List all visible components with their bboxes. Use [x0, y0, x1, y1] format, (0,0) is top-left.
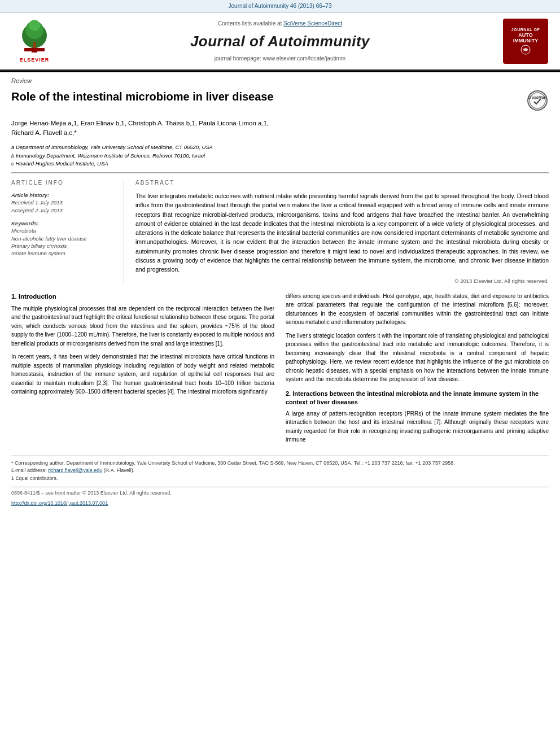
journal-title: Journal of Autoimmunity: [69, 31, 491, 51]
footnotes-section: * Corresponding author. Department of Im…: [11, 456, 549, 483]
journal-title-area: Contents lists available at SciVerse Sci…: [69, 18, 491, 65]
crossmark-icon[interactable]: CrossMark: [527, 90, 548, 111]
email-link[interactable]: richard.flavell@yale.edu: [48, 468, 102, 473]
body-left-column: 1. Introduction The multiple physiologic…: [11, 292, 274, 449]
email-footnote: E-mail address: richard.flavell@yale.edu…: [11, 467, 549, 475]
crossmark-area[interactable]: CrossMark: [526, 89, 549, 112]
svg-rect-5: [24, 48, 45, 51]
section2-heading: 2. Interactions between the intestinal m…: [286, 390, 549, 407]
footer-bar: 0896-8411/$ – see front matter © 2013 El…: [11, 487, 549, 497]
elsevier-tree-icon: [12, 19, 57, 55]
article-type-label: Review: [0, 72, 560, 86]
abstract-text: The liver integrates metabolic outcomes …: [135, 191, 549, 274]
authors-line1: Jorge Henao-Mejia a,1, Eran Elinav b,1, …: [11, 120, 269, 126]
abstract-heading: ABSTRACT: [135, 179, 549, 187]
affiliations-section: a Department of Immunobiology, Yale Univ…: [0, 141, 560, 172]
doi-link[interactable]: http://dx.doi.org/10.1016/j.jaut.2013.07…: [11, 500, 108, 506]
affil-c: c Howard Hughes Medical Institute, USA: [11, 160, 549, 168]
body-section: 1. Introduction The multiple physiologic…: [11, 292, 549, 449]
abstract-column: ABSTRACT The liver integrates metabolic …: [135, 179, 549, 285]
badge-icon: [517, 44, 534, 55]
email-label: E-mail address:: [11, 468, 48, 473]
keywords-heading: Keywords:: [11, 220, 118, 227]
authors-section: Jorge Henao-Mejia a,1, Eran Elinav b,1, …: [0, 116, 560, 142]
journal-badge-area: JOURNAL OF AUTOIMMUNITY: [500, 18, 551, 65]
doi-section: http://dx.doi.org/10.1016/j.jaut.2013.07…: [11, 498, 549, 508]
introduction-para1: The multiple physiological processes tha…: [11, 304, 274, 396]
keyword-1: Microbiota: [11, 227, 118, 234]
svg-text:CrossMark: CrossMark: [528, 95, 546, 99]
email-suffix: (R.A. Flavell).: [102, 468, 134, 473]
journal-reference-text: Journal of Autoimmunity 46 (2013) 66–73: [229, 3, 332, 9]
keyword-2: Non-alcoholic fatty liver disease: [11, 235, 118, 242]
autoimmunity-badge: JOURNAL OF AUTOIMMUNITY: [503, 19, 548, 64]
publisher-logo: ELSEVIER: [9, 18, 60, 65]
accepted-date: Accepted 2 July 2013: [11, 207, 118, 214]
sciverse-line: Contents lists available at SciVerse Sci…: [69, 20, 491, 28]
elsevier-label: ELSEVIER: [20, 56, 50, 64]
journal-header: ELSEVIER Contents lists available at Sci…: [0, 13, 560, 71]
article-title: Role of the intestinal microbiome in liv…: [11, 89, 520, 104]
col2-text: differs among species and individuals. H…: [286, 292, 549, 384]
sciverse-link[interactable]: SciVerse ScienceDirect: [283, 20, 342, 27]
equal-contributors-note: 1 Equal contributors.: [11, 475, 549, 483]
badge-main-text: AUTOIMMUNITY: [513, 33, 539, 44]
journal-reference-bar: Journal of Autoimmunity 46 (2013) 66–73: [0, 0, 560, 13]
article-title-section: Role of the intestinal microbiome in liv…: [0, 87, 560, 116]
authors-line2: Richard A. Flavell a,c,*: [11, 129, 77, 136]
sciverse-prefix: Contents lists available at: [218, 20, 283, 27]
history-label: Article history:: [11, 191, 118, 199]
article-info-abstract-section: ARTICLE INFO Article history: Received 1…: [11, 173, 549, 285]
corresponding-footnote: * Corresponding author. Department of Im…: [11, 460, 549, 468]
keyword-4: Innate immune system: [11, 250, 118, 257]
journal-homepage: journal homepage: www.elsevier.com/locat…: [69, 55, 491, 63]
crossmark-svg: CrossMark: [528, 91, 546, 110]
footer-issn: 0896-8411/$ – see front matter © 2013 El…: [11, 490, 172, 497]
affil-b: b Immunology Department, Weizmann Instit…: [11, 152, 549, 160]
copyright-text: © 2013 Elsevier Ltd. All rights reserved…: [135, 277, 549, 285]
svg-rect-4: [33, 42, 36, 48]
svg-point-3: [29, 20, 40, 31]
article-info-heading: ARTICLE INFO: [11, 179, 118, 187]
body-right-column: differs among species and individuals. H…: [286, 292, 549, 449]
received-date: Received 1 July 2013: [11, 199, 118, 206]
keyword-3: Primary biliary cirrhosis: [11, 242, 118, 250]
col2-para3: A large array of pattern-recognition rec…: [286, 409, 549, 444]
introduction-heading: 1. Introduction: [11, 292, 274, 301]
article-info-column: ARTICLE INFO Article history: Received 1…: [11, 179, 124, 285]
affil-a: a Department of Immunobiology, Yale Univ…: [11, 143, 549, 151]
